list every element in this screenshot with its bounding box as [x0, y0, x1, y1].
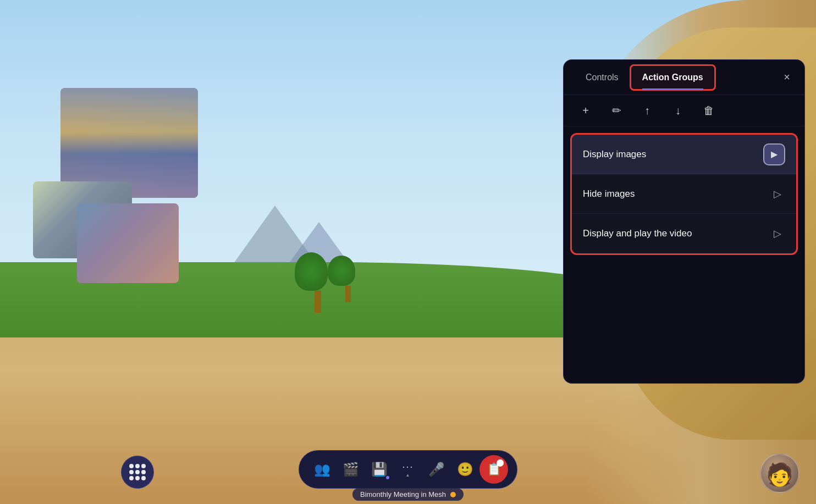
save-icon: 💾: [371, 462, 388, 477]
action-label-display-video: Display and play the video: [583, 228, 692, 239]
move-down-button[interactable]: ↓: [669, 102, 687, 119]
people-button[interactable]: 👥: [308, 455, 337, 484]
action-label-display-images: Display images: [583, 149, 646, 160]
more-icon: ···: [402, 461, 413, 473]
action-list: Display images ▶ Hide images ▷ Display a…: [570, 133, 798, 255]
add-button[interactable]: +: [577, 102, 594, 119]
people-icon: 👥: [314, 462, 330, 477]
tree-2: [341, 256, 355, 302]
avatar-right[interactable]: 🧑: [760, 453, 800, 493]
avatar-face-icon: 🧑: [766, 462, 793, 488]
save-button[interactable]: 💾: [365, 455, 394, 484]
panel-tabs: Controls Action Groups ×: [564, 60, 804, 95]
save-indicator: [385, 475, 390, 480]
action-item-hide-images[interactable]: Hide images ▷: [572, 174, 796, 214]
photo-small-2: [77, 203, 179, 283]
meeting-status-dot: [450, 492, 456, 497]
tree-1: [308, 252, 328, 313]
more-label: ▲: [406, 473, 411, 478]
move-up-button[interactable]: ↑: [638, 102, 656, 119]
tab-active-indicator: [642, 88, 703, 90]
meeting-text: Bimonthly Meeting in Mesh: [360, 490, 446, 499]
action-label-hide-images: Hide images: [583, 189, 635, 200]
play-button-display-video[interactable]: ▷: [770, 226, 785, 241]
panel-toolbar: + ✏ ↑ ↓ 🗑: [564, 95, 804, 126]
bottom-toolbar: 👥 🎬 💾 ··· ▲ 🎤 🙂 📋: [299, 450, 517, 489]
delete-button[interactable]: 🗑: [700, 102, 718, 119]
tab-controls[interactable]: Controls: [575, 66, 630, 89]
emoji-icon: 🙂: [457, 462, 473, 477]
record-dot: [497, 459, 504, 467]
grid-dots-icon: [129, 464, 146, 480]
action-item-display-video[interactable]: Display and play the video ▷: [572, 214, 796, 253]
action-item-display-images[interactable]: Display images ▶: [572, 135, 796, 174]
right-panel: Controls Action Groups × + ✏ ↑ ↓ 🗑 Displ…: [563, 59, 805, 384]
mic-button[interactable]: 🎤: [422, 455, 451, 484]
camera-icon: 🎬: [343, 462, 359, 477]
record-button[interactable]: 📋: [479, 455, 508, 484]
mic-icon: 🎤: [428, 462, 445, 477]
camera-button[interactable]: 🎬: [337, 455, 365, 484]
close-button[interactable]: ×: [778, 69, 796, 86]
more-button[interactable]: ··· ▲: [394, 455, 422, 484]
play-button-hide-images[interactable]: ▷: [770, 186, 785, 202]
grid-menu-button[interactable]: [121, 456, 154, 489]
tab-action-groups[interactable]: Action Groups: [630, 64, 716, 91]
edit-button[interactable]: ✏: [608, 102, 625, 119]
meeting-label: Bimonthly Meeting in Mesh: [352, 488, 464, 501]
play-button-display-images[interactable]: ▶: [763, 143, 785, 165]
emoji-button[interactable]: 🙂: [451, 455, 479, 484]
